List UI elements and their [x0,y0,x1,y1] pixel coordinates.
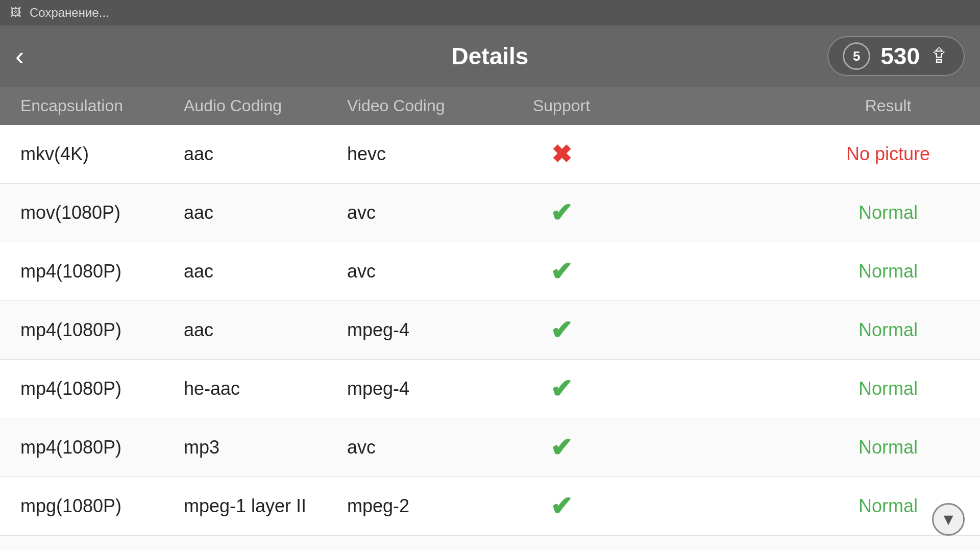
col-header-support: Support [510,96,612,115]
check-icon: ✔ [550,432,573,463]
cell-support: ✖ [510,140,612,168]
table-row[interactable]: mpg(1080P) mpeg-1 layer II mpeg-2 ✔ Norm… [0,477,980,536]
cell-encapsulation: mov(1080P) [20,202,184,223]
cell-video: avc [347,261,510,282]
scroll-down-button[interactable]: ▼ [932,503,965,536]
col-header-result: Result [817,96,960,115]
cross-icon: ✖ [551,140,572,168]
badge-circle: 5 [843,42,870,70]
col-header-audio: Audio Coding [184,96,347,115]
table-row[interactable]: mov(1080P) aac avc ✔ Normal [0,184,980,242]
cell-support: ✔ [510,315,612,345]
cell-support: ✔ [510,491,612,521]
check-icon: ✔ [550,491,573,521]
table-body: mkv(4K) aac hevc ✖ No picture mov(1080P)… [0,125,980,551]
cell-result: Normal [817,202,960,223]
badge-number: 5 [853,48,860,64]
score-area: 5 530 ⮸ [827,36,965,76]
status-bar: 🖼 Сохранение... [0,0,980,26]
check-icon: ✔ [550,373,573,404]
cell-video: hevc [347,143,510,165]
cell-video: avc [347,202,510,223]
table-row[interactable]: rmvb(1080P) cooker realVideo 4 ✔ Normal [0,536,980,551]
cell-audio: aac [184,319,347,341]
cell-support: ✔ [510,373,612,404]
cell-encapsulation: mp4(1080P) [20,319,184,341]
cell-audio: mpeg-1 layer II [184,495,347,517]
table-row[interactable]: mkv(4K) aac hevc ✖ No picture [0,125,980,184]
page-title: Details [452,42,529,70]
cell-encapsulation: mp4(1080P) [20,437,184,458]
col-header-video: Video Coding [347,96,510,115]
cell-video: avc [347,437,510,458]
score-value: 530 [880,42,920,70]
image-icon: 🖼 [10,6,21,19]
badge-icon: 5 [843,42,870,70]
table-row[interactable]: mp4(1080P) aac mpeg-4 ✔ Normal [0,301,980,360]
cell-audio: aac [184,143,347,165]
column-headers: Encapsulation Audio Coding Video Coding … [0,87,980,125]
cell-support: ✔ [510,197,612,228]
status-text: Сохранение... [30,6,109,20]
cell-support: ✔ [510,432,612,463]
check-icon: ✔ [550,315,573,345]
cell-result: No picture [817,143,960,165]
cell-video: mpeg-4 [347,378,510,399]
cell-video: mpeg-4 [347,319,510,341]
table-row[interactable]: mp4(1080P) mp3 avc ✔ Normal [0,418,980,477]
check-icon: ✔ [550,197,573,228]
cell-audio: aac [184,261,347,282]
cell-result: Normal [817,437,960,458]
cell-encapsulation: mkv(4K) [20,143,184,165]
cell-result: Normal [817,319,960,341]
cell-video: mpeg-2 [347,495,510,517]
col-header-encapsulation: Encapsulation [20,96,184,115]
cell-result: Normal [817,261,960,282]
table-row[interactable]: mp4(1080P) aac avc ✔ Normal [0,242,980,301]
back-button[interactable]: ‹ [15,43,24,69]
header: ‹ Details 5 530 ⮸ [0,26,980,87]
cell-audio: mp3 [184,437,347,458]
cell-audio: he-aac [184,378,347,399]
cell-encapsulation: mp4(1080P) [20,261,184,282]
cell-result: Normal [817,378,960,399]
cell-audio: aac [184,202,347,223]
table-row[interactable]: mp4(1080P) he-aac mpeg-4 ✔ Normal [0,360,980,418]
check-icon: ✔ [550,256,573,287]
share-icon[interactable]: ⮸ [930,45,949,67]
cell-encapsulation: mpg(1080P) [20,495,184,517]
cell-support: ✔ [510,256,612,287]
cell-encapsulation: mp4(1080P) [20,378,184,399]
